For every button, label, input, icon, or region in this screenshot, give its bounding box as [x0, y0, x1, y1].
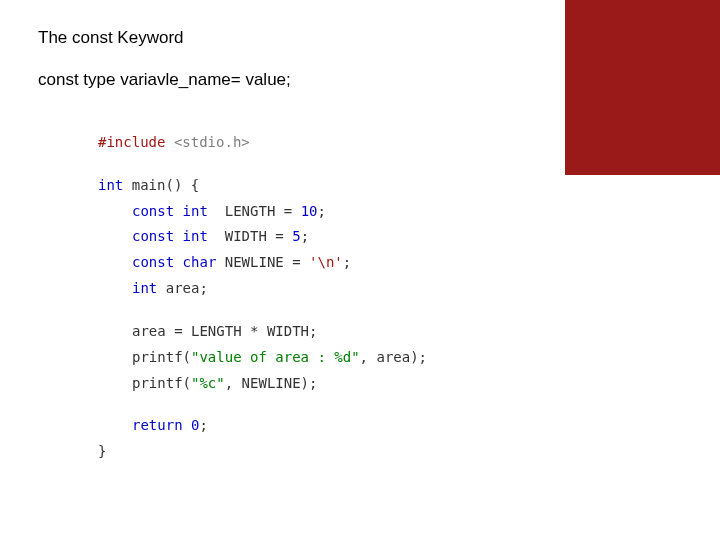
- ident-width: WIDTH: [267, 323, 309, 339]
- code-line-rbrace: }: [98, 439, 560, 465]
- ident-length: LENGTH: [191, 323, 242, 339]
- ident-newline: NEWLINE: [242, 375, 301, 391]
- kw-int: int: [132, 280, 157, 296]
- code-line-main: int main() {: [98, 173, 560, 199]
- kw-const: const: [132, 254, 174, 270]
- kw-int: int: [183, 228, 208, 244]
- eq: =: [284, 254, 309, 270]
- preproc-directive: #include: [98, 134, 165, 150]
- comma: ,: [360, 349, 377, 365]
- code-line-length: const int LENGTH = 10;: [98, 199, 560, 225]
- ident-area: area: [376, 349, 410, 365]
- eq: =: [267, 228, 292, 244]
- num-5: 5: [292, 228, 300, 244]
- code-line-area-decl: int area;: [98, 276, 560, 302]
- ident-newline: NEWLINE: [225, 254, 284, 270]
- kw-return: return: [132, 417, 183, 433]
- rparen: ): [301, 375, 309, 391]
- rbrace: }: [98, 443, 106, 459]
- semi: ;: [343, 254, 351, 270]
- str-area: "value of area : %d": [191, 349, 360, 365]
- char-nl: '\n': [309, 254, 343, 270]
- rparen: ): [410, 349, 418, 365]
- blank-line: [98, 397, 560, 414]
- lparen: (: [183, 375, 191, 391]
- ident-area: area: [166, 280, 200, 296]
- ident-length: LENGTH: [225, 203, 276, 219]
- semi: ;: [199, 280, 207, 296]
- lparen: (: [183, 349, 191, 365]
- code-line-printf2: printf("%c", NEWLINE);: [98, 371, 560, 397]
- kw-int: int: [98, 177, 123, 193]
- kw-char: char: [183, 254, 217, 270]
- semi: ;: [317, 203, 325, 219]
- syntax-line: const type variavle_name= value;: [38, 70, 560, 90]
- str-c: "%c": [191, 375, 225, 391]
- code-line-printf1: printf("value of area : %d", area);: [98, 345, 560, 371]
- lbrace: {: [191, 177, 199, 193]
- kw-const: const: [132, 203, 174, 219]
- num-10: 10: [301, 203, 318, 219]
- semi: ;: [309, 375, 317, 391]
- semi: ;: [301, 228, 309, 244]
- fn-printf: printf: [132, 375, 183, 391]
- preproc-header: <stdio.h>: [174, 134, 250, 150]
- code-line-newline: const char NEWLINE = '\n';: [98, 250, 560, 276]
- lparen: (: [165, 177, 173, 193]
- code-block: #include <stdio.h> int main() { const in…: [98, 130, 560, 465]
- rparen: ): [174, 177, 182, 193]
- page-title: The const Keyword: [38, 28, 560, 48]
- semi: ;: [419, 349, 427, 365]
- blank-line: [98, 156, 560, 173]
- semi: ;: [199, 417, 207, 433]
- code-line-width: const int WIDTH = 5;: [98, 224, 560, 250]
- kw-const: const: [132, 228, 174, 244]
- eq: =: [275, 203, 300, 219]
- fn-main: main: [132, 177, 166, 193]
- slide-content: The const Keyword const type variavle_na…: [0, 0, 560, 465]
- fn-printf: printf: [132, 349, 183, 365]
- code-line-include: #include <stdio.h>: [98, 130, 560, 156]
- blank-line: [98, 302, 560, 319]
- ident-area: area: [132, 323, 166, 339]
- ident-width: WIDTH: [225, 228, 267, 244]
- code-line-area-assign: area = LENGTH * WIDTH;: [98, 319, 560, 345]
- kw-int: int: [183, 203, 208, 219]
- code-line-return: return 0;: [98, 413, 560, 439]
- eq: =: [166, 323, 191, 339]
- comma: ,: [225, 375, 242, 391]
- star: *: [242, 323, 267, 339]
- semi: ;: [309, 323, 317, 339]
- accent-block: [565, 0, 720, 175]
